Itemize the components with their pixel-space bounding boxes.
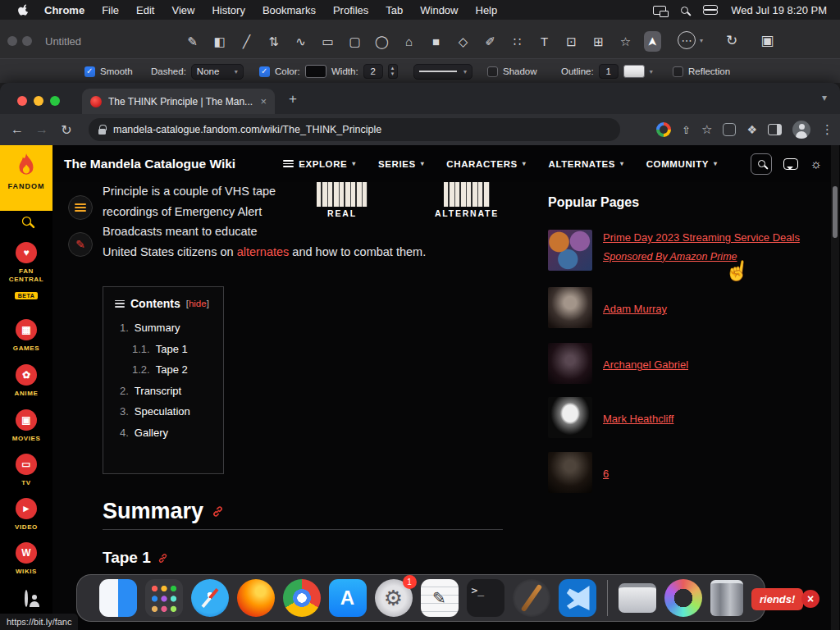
screen-mirroring-icon[interactable] [653, 6, 666, 15]
close-window-button[interactable] [17, 96, 27, 106]
share-banner[interactable]: riends! [751, 588, 803, 610]
rail-item-video[interactable]: ► VIDEO [0, 498, 52, 531]
spray-tool-icon[interactable]: ∷ [509, 31, 526, 52]
popular-thumb-adam-murray[interactable] [548, 287, 592, 328]
rail-search-icon[interactable] [0, 217, 52, 225]
spotlight-icon[interactable] [681, 7, 688, 14]
back-button[interactable]: ← [5, 122, 30, 137]
filled-square-tool-icon[interactable]: ■ [427, 31, 445, 52]
text-tool-icon[interactable]: T [536, 31, 553, 52]
toc-item-summary[interactable]: 1.Summary [120, 322, 223, 334]
popular-thumb-mark-heathcliff[interactable] [548, 397, 592, 438]
address-bar[interactable]: mandela-catalogue.fandom.com/wiki/The_TH… [89, 118, 620, 141]
scrollbar-thumb[interactable] [833, 186, 838, 238]
tab-close-icon[interactable]: × [260, 95, 267, 107]
new-tab-button[interactable]: + [289, 91, 297, 107]
redo-icon[interactable]: ↻ [726, 32, 737, 49]
popular-item-archangel-gabriel[interactable]: Archangel Gabriel [548, 343, 810, 384]
rounded-rectangle-tool-icon[interactable]: ▢ [346, 31, 363, 52]
menubar-bookmarks[interactable]: Bookmarks [262, 4, 316, 16]
menubar-clock[interactable]: Wed Jul 19 8:20 PM [731, 4, 827, 16]
dock-finder-icon[interactable] [99, 579, 137, 617]
pencil-tool-icon[interactable]: ✎ [184, 31, 201, 52]
more-tools-chevron-icon[interactable]: ▾ [700, 37, 703, 44]
menubar-edit[interactable]: Edit [136, 4, 154, 16]
lock-icon[interactable] [98, 129, 106, 135]
sponsored-link[interactable]: Sponsored By Amazon Prime [603, 251, 800, 262]
dock-terminal-icon[interactable]: >_ [467, 579, 504, 617]
menubar-file[interactable]: File [102, 4, 119, 16]
toc-item-transcript[interactable]: 2.Transcript [120, 385, 223, 397]
dashed-select[interactable]: None ▾ [191, 64, 244, 80]
browser-tab[interactable]: The THINK Principle | The Man... × [82, 89, 275, 114]
rail-fan-central[interactable]: ♥ FAN CENTRAL BETA [0, 242, 52, 301]
menubar-help[interactable]: Help [476, 4, 498, 16]
dock-appstore-icon[interactable]: A [329, 579, 367, 617]
reflection-checkbox[interactable] [673, 66, 683, 77]
minimize-window-button[interactable] [34, 96, 43, 106]
dock-garageband-icon[interactable] [513, 579, 550, 617]
window-minimize-button[interactable] [22, 36, 32, 46]
popular-thumb-prime-day[interactable] [548, 230, 592, 271]
nav-community[interactable]: COMMUNITY [646, 159, 718, 169]
smooth-checkbox[interactable] [84, 66, 95, 77]
dock-safari-icon[interactable] [191, 579, 229, 617]
google-account-icon[interactable] [656, 122, 671, 137]
menubar-tab[interactable]: Tab [386, 4, 403, 16]
menubar-profiles[interactable]: Profiles [333, 4, 368, 16]
dock-firefox-icon[interactable] [237, 579, 275, 617]
width-stepper[interactable]: ▲▼ [388, 64, 398, 79]
eraser-tool-icon[interactable]: ◇ [454, 31, 472, 52]
ellipse-tool-icon[interactable]: ◯ [373, 31, 390, 52]
share-icon[interactable]: ⇧ [682, 124, 691, 136]
curve-tool-icon[interactable]: ∿ [292, 31, 309, 52]
reload-button[interactable]: ↻ [54, 122, 79, 138]
banner-close-icon[interactable]: × [801, 590, 819, 608]
toc-item-tape1[interactable]: 1.1.Tape 1 [120, 343, 223, 355]
nav-characters[interactable]: CHARACTERS [446, 159, 526, 169]
popular-thumb-6[interactable] [548, 452, 592, 493]
summary-link-icon[interactable] [212, 505, 224, 518]
rail-item-games[interactable]: ▦ GAMES [0, 319, 52, 352]
theme-toggle-icon[interactable]: ☼ [810, 157, 822, 171]
nav-alternates[interactable]: ALTERNATES [548, 159, 623, 169]
toc-item-tape2[interactable]: 1.2.Tape 2 [120, 363, 223, 376]
dock-launchpad-icon[interactable] [145, 579, 183, 617]
popular-item-adam-murray[interactable]: Adam Murray [548, 287, 810, 328]
nav-series[interactable]: SERIES [378, 159, 424, 169]
page-scrollbar[interactable] [831, 145, 839, 630]
page-edit-button[interactable]: ✎ [68, 232, 93, 257]
fandom-logo-block[interactable]: FANDOM [0, 145, 52, 211]
wiki-title[interactable]: The Mandela Catalogue Wiki [64, 157, 235, 171]
wiki-chat-icon[interactable] [783, 158, 798, 170]
marker-tool-icon[interactable]: ✐ [482, 31, 499, 52]
more-tools-icon[interactable]: ⋯ [678, 31, 696, 49]
menubar-window[interactable]: Window [420, 4, 458, 16]
fill-tool-icon[interactable]: ◧ [211, 31, 228, 52]
line-style-select[interactable]: ▾ [413, 64, 472, 80]
dock-paint-app-icon[interactable] [664, 579, 702, 617]
side-panel-icon[interactable] [768, 124, 782, 135]
crop-tool-icon[interactable]: ⊡ [563, 31, 580, 52]
extension-icon[interactable] [723, 123, 736, 136]
forward-button[interactable]: → [30, 122, 54, 137]
shadow-checkbox[interactable] [487, 66, 498, 77]
alternate-image[interactable] [444, 182, 490, 207]
menubar-history[interactable]: History [212, 4, 244, 16]
menubar-view[interactable]: View [171, 4, 194, 16]
color-checkbox[interactable] [259, 66, 270, 77]
bookmark-star-icon[interactable]: ☆ [701, 122, 712, 137]
rail-item-tv[interactable]: ▭ TV [0, 454, 52, 486]
width-field[interactable]: 2 [363, 64, 383, 79]
dock-vscode-icon[interactable] [559, 579, 596, 617]
line-tool-icon[interactable]: ╱ [238, 31, 255, 52]
profile-avatar[interactable] [792, 121, 810, 139]
dock-chrome-icon[interactable] [283, 579, 321, 617]
wiki-search-icon[interactable] [751, 153, 772, 175]
toc-item-speculation[interactable]: 3.Speculation [120, 405, 223, 418]
frame-tool-icon[interactable]: ⊞ [590, 31, 607, 52]
popular-item-mark-heathcliff[interactable]: Mark Heathcliff [548, 397, 810, 438]
real-image[interactable] [317, 182, 368, 207]
rail-profile-icon[interactable] [0, 591, 52, 606]
color-swatch[interactable] [305, 65, 326, 78]
